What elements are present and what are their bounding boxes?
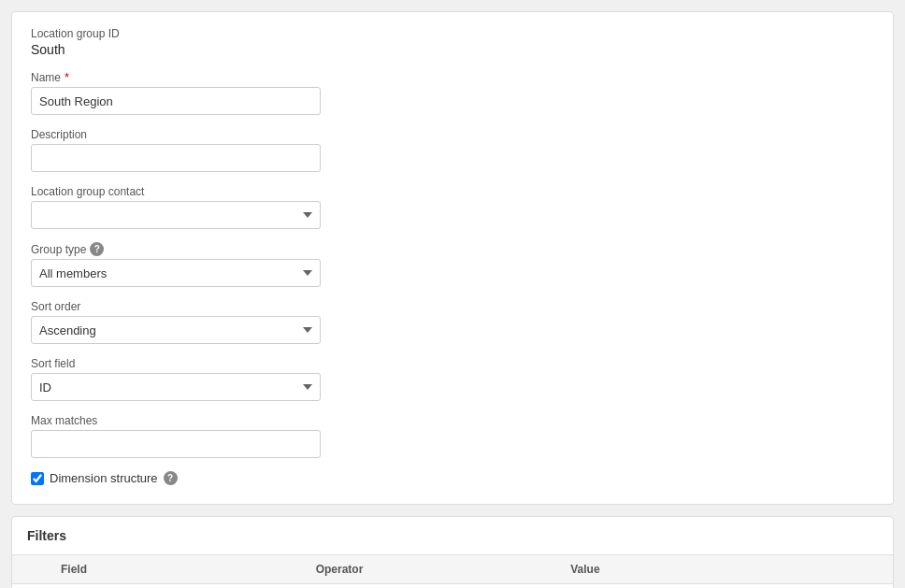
sort-field-select[interactable]: ID Name <box>31 373 321 401</box>
row-1-num: 1 <box>12 584 50 589</box>
sort-order-group: Sort order Ascending Descending <box>31 300 321 344</box>
th-operator: Operator <box>305 555 560 584</box>
filters-section: Filters Field Operator Value 1 ID <box>11 516 894 588</box>
required-star: * <box>65 70 69 84</box>
max-matches-input[interactable] <box>31 430 321 458</box>
max-matches-group: Max matches <box>31 414 321 458</box>
filters-header-row: Field Operator Value <box>12 555 893 584</box>
location-group-form: Location group ID South Name * Descripti… <box>11 11 894 505</box>
sort-order-label: Sort order <box>31 300 321 313</box>
description-group: Description <box>31 128 321 172</box>
filters-table: Field Operator Value 1 ID Is greater tha… <box>12 555 893 588</box>
th-action <box>826 555 893 584</box>
sort-order-select[interactable]: Ascending Descending <box>31 316 321 344</box>
dimension-structure-row: Dimension structure ? <box>31 471 874 485</box>
group-type-group: Group type ? All members Dynamic <box>31 242 321 287</box>
group-type-label: Group type <box>31 243 86 256</box>
th-value: Value <box>559 555 826 584</box>
location-group-id-group: Location group ID South <box>31 27 874 57</box>
name-group: Name * <box>31 70 321 115</box>
th-num <box>12 555 50 584</box>
dimension-help-icon[interactable]: ? <box>164 471 178 485</box>
group-type-help-icon[interactable]: ? <box>90 242 104 256</box>
max-matches-label: Max matches <box>31 414 97 427</box>
row-1-operator: Is greater than <box>305 584 560 589</box>
table-row: 1 ID Is greater than 99 + 🗑 <box>12 584 893 589</box>
dimension-structure-checkbox[interactable] <box>31 472 44 485</box>
sort-field-group: Sort field ID Name <box>31 357 321 401</box>
location-group-id-label: Location group ID <box>31 27 874 40</box>
contact-select[interactable] <box>31 201 321 229</box>
group-type-select[interactable]: All members Dynamic <box>31 259 321 287</box>
location-group-id-value: South <box>31 42 874 57</box>
dimension-structure-label: Dimension structure <box>50 471 158 485</box>
filters-title: Filters <box>12 517 893 555</box>
row-1-actions: + 🗑 <box>826 584 893 589</box>
sort-field-label: Sort field <box>31 357 321 370</box>
row-1-value: 99 <box>559 584 826 589</box>
name-label: Name * <box>31 70 321 84</box>
description-input[interactable] <box>31 144 321 172</box>
row-1-field: ID <box>50 584 305 589</box>
description-label: Description <box>31 128 321 141</box>
th-field: Field <box>50 555 305 584</box>
contact-label: Location group contact <box>31 185 144 198</box>
name-input[interactable] <box>31 87 321 115</box>
contact-group: Location group contact <box>31 185 321 229</box>
